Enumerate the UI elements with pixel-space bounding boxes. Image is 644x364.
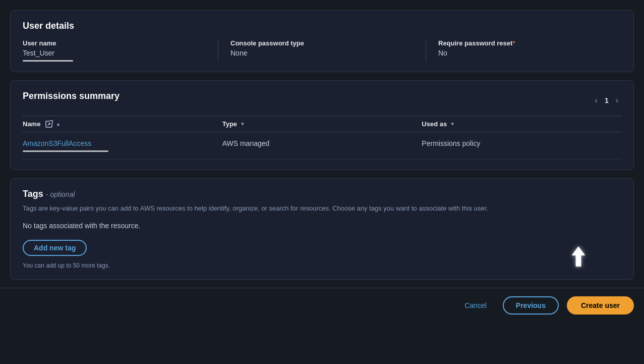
down-arrow-icon xyxy=(566,244,591,269)
row-type: AWS managed xyxy=(222,139,422,147)
col-header-used-as: Used as ▼ xyxy=(422,120,621,128)
add-new-tag-button[interactable]: Add new tag xyxy=(23,240,87,256)
pagination-next-button[interactable]: › xyxy=(613,95,621,106)
pagination: ‹ 1 › xyxy=(592,95,621,106)
user-name-value: Test_User xyxy=(23,49,206,57)
pagination-prev-button[interactable]: ‹ xyxy=(592,95,601,106)
tags-title: Tags - optional xyxy=(23,189,621,199)
no-tags-message: No tags associated with the resource. xyxy=(23,222,621,230)
table-row: AmazonS3FullAccess AWS managed Permissio… xyxy=(23,132,621,160)
tags-optional-label: - optional xyxy=(46,190,75,198)
footer: Cancel Previous Create user xyxy=(0,288,644,323)
require-reset-label: Require password reset* xyxy=(438,39,621,47)
create-user-button[interactable]: Create user xyxy=(567,296,634,315)
tags-limit-message: You can add up to 50 more tags. xyxy=(23,262,110,269)
permissions-table-header: Name ↗ ▲ Type ▼ Used as ▼ xyxy=(23,116,621,132)
require-reset-value: No xyxy=(438,49,621,57)
used-as-sort-icon: ▼ xyxy=(450,121,455,127)
previous-button[interactable]: Previous xyxy=(503,296,559,315)
user-details-grid: User name Test_User Console password typ… xyxy=(23,39,621,62)
row-used-as: Permissions policy xyxy=(422,139,621,147)
pagination-current: 1 xyxy=(605,96,609,105)
col-header-name: Name ↗ ▲ xyxy=(23,120,222,128)
user-name-col: User name Test_User xyxy=(23,39,218,62)
cancel-button[interactable]: Cancel xyxy=(456,297,495,314)
col-header-type: Type ▼ xyxy=(222,120,422,128)
permissions-header: Permissions summary ‹ 1 › xyxy=(23,91,621,110)
user-details-card: User details User name Test_User Console… xyxy=(10,10,634,72)
type-sort-icon: ▼ xyxy=(240,121,245,127)
row-name: AmazonS3FullAccess xyxy=(23,139,222,152)
policy-link-underline xyxy=(23,150,108,152)
tags-card: Tags - optional Tags are key-value pairs… xyxy=(10,178,634,280)
permissions-title: Permissions summary xyxy=(23,91,120,101)
user-details-title: User details xyxy=(23,21,621,31)
console-password-label: Console password type xyxy=(230,39,414,47)
permissions-summary-card: Permissions summary ‹ 1 › Name ↗ ▲ Type … xyxy=(10,80,634,170)
user-name-underline xyxy=(23,60,73,62)
arrow-indicator xyxy=(566,244,621,269)
require-reset-col: Require password reset* No xyxy=(438,39,621,62)
console-password-value: None xyxy=(230,49,414,57)
console-password-col: Console password type None xyxy=(230,39,426,62)
external-link-icon: ↗ xyxy=(45,121,52,128)
tags-description: Tags are key-value pairs you can add to … xyxy=(23,203,621,214)
svg-marker-0 xyxy=(572,246,585,266)
user-name-label: User name xyxy=(23,39,206,47)
sort-asc-icon: ▲ xyxy=(55,121,61,127)
policy-link[interactable]: AmazonS3FullAccess xyxy=(23,139,91,147)
